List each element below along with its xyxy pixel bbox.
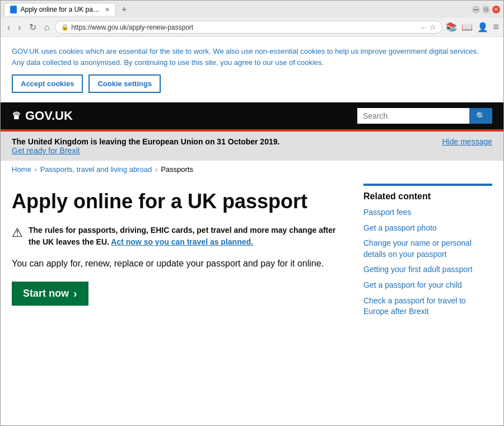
list-item: Get a passport photo <box>363 223 492 234</box>
menu-icon[interactable]: ≡ <box>493 21 499 33</box>
main-wrapper: Apply online for a UK passport ⚠ The rul… <box>1 178 503 333</box>
govuk-logo-link[interactable]: ♛ GOV.UK <box>12 109 73 123</box>
secure-icon: 🔒 <box>61 24 69 31</box>
list-item: Get a passport for your child <box>363 280 492 291</box>
maximize-button[interactable]: □ <box>482 6 490 13</box>
nav-bar: ‹ › ↻ ⌂ 🔒 https://www.gov.uk/apply-renew… <box>1 18 503 37</box>
related-link[interactable]: Get a passport for your child <box>363 280 492 291</box>
new-tab-button[interactable]: + <box>118 3 130 16</box>
page-title: Apply online for a UK passport <box>12 189 347 213</box>
address-bar-actions: ··· ☆ <box>421 23 437 31</box>
window-controls: — □ ✕ <box>472 6 500 13</box>
bookmark-icon[interactable]: ☆ <box>430 23 436 31</box>
breadcrumb: Home › Passports, travel and living abro… <box>1 161 503 178</box>
list-item: Getting your first adult passport <box>363 264 492 275</box>
related-content-title: Related content <box>363 184 492 202</box>
search-button[interactable]: 🔍 <box>469 108 492 124</box>
related-links-list: Passport feesGet a passport photoChange … <box>363 207 492 317</box>
related-link[interactable]: Passport fees <box>363 207 492 218</box>
brexit-main-text: The United Kingdom is leaving the Europe… <box>12 137 279 146</box>
browser-window: Apply online for a UK passport ✕ + — □ ✕… <box>0 0 504 426</box>
breadcrumb-sep-1: › <box>35 166 37 174</box>
body-text: You can apply for, renew, replace or upd… <box>12 257 347 270</box>
cookie-text: GOV.UK uses cookies which are essential … <box>12 46 492 68</box>
list-item: Check a passport for travel to Europe af… <box>363 296 492 317</box>
search-form: 🔍 <box>357 108 492 124</box>
forward-button[interactable]: › <box>16 21 23 34</box>
hide-message-link[interactable]: Hide message <box>442 137 493 146</box>
tab-title: Apply online for a UK passport <box>20 6 101 13</box>
more-options-icon[interactable]: ··· <box>421 23 427 31</box>
brexit-text: The United Kingdom is leaving the Europe… <box>12 137 279 155</box>
brexit-banner: The United Kingdom is leaving the Europe… <box>1 132 503 161</box>
start-arrow-icon: › <box>73 287 77 300</box>
title-bar: Apply online for a UK passport ✕ + — □ ✕ <box>1 1 503 18</box>
start-button-label: Start now <box>23 288 69 299</box>
refresh-button[interactable]: ↻ <box>27 21 39 34</box>
related-content-sidebar: Related content Passport feesGet a passp… <box>363 184 492 322</box>
cookie-settings-button[interactable]: Cookie settings <box>88 74 161 93</box>
cookie-banner: GOV.UK uses cookies which are essential … <box>1 37 503 102</box>
related-link[interactable]: Getting your first adult passport <box>363 264 492 275</box>
brexit-link[interactable]: Get ready for Brexit <box>12 146 80 155</box>
tab-bar: Apply online for a UK passport ✕ + <box>4 3 130 16</box>
warning-icon: ⚠ <box>12 226 23 240</box>
warning-text: The rules for passports, driving, EHIC c… <box>29 224 347 248</box>
breadcrumb-home[interactable]: Home <box>12 165 31 174</box>
active-tab[interactable]: Apply online for a UK passport ✕ <box>4 3 116 16</box>
tab-close-button[interactable]: ✕ <box>105 6 110 13</box>
warning-box: ⚠ The rules for passports, driving, EHIC… <box>12 224 347 248</box>
govuk-header: ♛ GOV.UK 🔍 <box>1 102 503 129</box>
address-bar[interactable]: 🔒 https://www.gov.uk/apply-renew-passpor… <box>55 21 442 34</box>
accept-cookies-button[interactable]: Accept cookies <box>12 74 83 93</box>
warning-link[interactable]: Act now so you can travel as planned. <box>111 237 253 246</box>
related-link[interactable]: Get a passport photo <box>363 223 492 234</box>
list-item: Change your name or personal details on … <box>363 238 492 260</box>
cookie-button-group: Accept cookies Cookie settings <box>12 74 492 93</box>
breadcrumb-sep-2: › <box>155 166 157 174</box>
breadcrumb-current: Passports <box>161 165 193 174</box>
url-text: https://www.gov.uk/apply-renew-passport <box>71 24 193 31</box>
close-button[interactable]: ✕ <box>492 6 500 13</box>
collections-icon[interactable]: 📚 <box>446 22 457 32</box>
crown-icon: ♛ <box>12 110 21 122</box>
govuk-logo-text: GOV.UK <box>25 109 73 123</box>
profile-icon[interactable]: 👤 <box>477 22 488 32</box>
minimize-button[interactable]: — <box>472 6 480 13</box>
list-item: Passport fees <box>363 207 492 218</box>
content-area: Apply online for a UK passport ⚠ The rul… <box>12 184 347 322</box>
related-link[interactable]: Check a passport for travel to Europe af… <box>363 296 492 317</box>
breadcrumb-section[interactable]: Passports, travel and living abroad <box>40 165 152 174</box>
tab-favicon <box>10 6 17 13</box>
home-button[interactable]: ⌂ <box>42 21 52 34</box>
reading-view-icon[interactable]: 📖 <box>461 22 473 32</box>
back-button[interactable]: ‹ <box>5 21 12 34</box>
related-link[interactable]: Change your name or personal details on … <box>363 238 492 260</box>
browser-toolbar-right: 📚 📖 👤 ≡ <box>446 21 499 33</box>
search-input[interactable] <box>357 108 469 124</box>
start-now-button[interactable]: Start now › <box>12 282 88 306</box>
